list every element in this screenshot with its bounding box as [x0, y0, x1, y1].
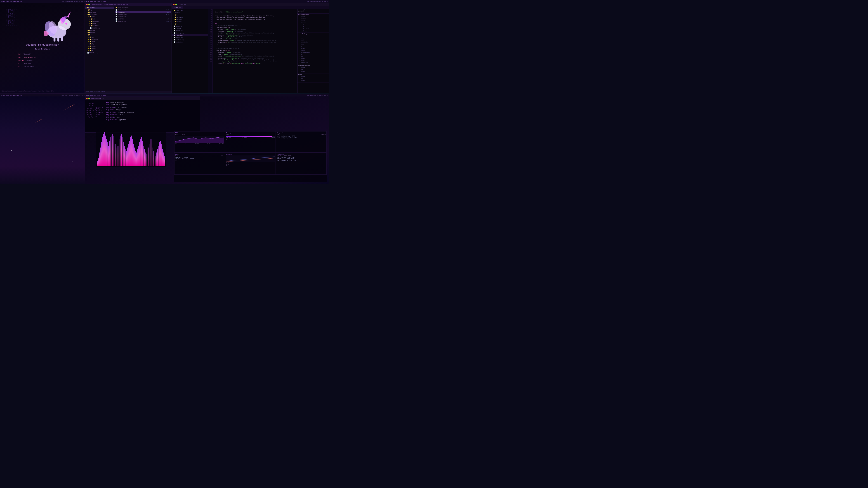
code-outline-nixpkgs-patches[interactable]: ◦patches: [298, 71, 328, 73]
code-outline-spawneditor[interactable]: ◦spawnEditor: [298, 61, 328, 64]
fm-row-installsh[interactable]: 📄 install.sh: [115, 15, 171, 18]
cft-themes[interactable]: ▶📁themes: [172, 21, 208, 23]
code-outline-theme[interactable]: ◦theme: [298, 43, 328, 45]
code-outline-nixpkgs-name[interactable]: ◦name: [298, 69, 328, 71]
fm-tree-style[interactable]: ▶📁style: [85, 47, 114, 50]
code-outline-hostname[interactable]: ◦hostname: [298, 18, 328, 20]
viz-bar-68: [163, 153, 164, 166]
code-close-button[interactable]: [173, 4, 174, 5]
cft-installong[interactable]: 📄install.org: [172, 39, 208, 41]
code-outline-nixpkgs-system[interactable]: ◦system: [298, 67, 328, 69]
code-outline-username[interactable]: ◦username: [298, 35, 328, 37]
fm-tree-worklab[interactable]: ▶📁worklab: [85, 25, 114, 27]
fm-tree-hardware[interactable]: ▶📁hardware: [85, 38, 114, 40]
code-outline-bootmountpath[interactable]: ◦bootMountPath: [298, 28, 328, 30]
qb-menu-search[interactable]: [o] [Search]: [18, 53, 36, 56]
cft-outputs[interactable]: ◦outputs: [172, 11, 208, 14]
code-minimize-button[interactable]: [175, 4, 176, 5]
fm-tree-lang[interactable]: ▶📁lang: [85, 40, 114, 43]
code-text-area[interactable]: 12345 678910 1112131415 1617181920 21222…: [208, 9, 297, 93]
viz-bar-45: [141, 137, 142, 166]
neofetch-close[interactable]: [86, 98, 87, 99]
code-outline-wmtype[interactable]: ◦wmType: [298, 47, 328, 49]
cft-user[interactable]: ▶📁user: [172, 23, 208, 25]
fm-tree-lab[interactable]: ▶📁lab: [85, 18, 114, 20]
cft-desktop[interactable]: 📄desktop.png: [172, 32, 208, 34]
qb-menu-history[interactable]: [S h] [History]: [18, 59, 36, 62]
status-datetime-right: Sat 2024-03-09 05:06:00 PM: [307, 1, 328, 2]
code-window-controls[interactable]: [173, 4, 177, 5]
code-outline-pkgs-patches[interactable]: ◦patches: [298, 80, 328, 82]
fm-tree-profiles[interactable]: ▶📁profiles: [85, 13, 114, 15]
code-outline-defaultroamdir[interactable]: ◦defaultRoamDir: [298, 51, 328, 53]
fm-row-readme[interactable]: 📄 README.org 4.2 K: [115, 20, 171, 22]
fm-tree-system[interactable]: ▶📁system: [85, 29, 114, 31]
fm-row-installong[interactable]: 📄 install.org 10.5 K: [115, 13, 171, 15]
close-button[interactable]: [86, 4, 87, 5]
code-outline-pkgs-src[interactable]: ◦src: [298, 78, 328, 80]
fm-tree-readme2[interactable]: 📄README.org: [85, 52, 114, 54]
fm-row-flakelock[interactable]: 📄 flake.lock 27.5 K: [115, 9, 171, 11]
viz-bar-44: [140, 139, 141, 166]
neofetch-uptime-value: 21 hours 7 minutes: [118, 111, 133, 113]
code-outline-term[interactable]: ◦term: [298, 53, 328, 55]
code-outline-profile[interactable]: ◦profile: [298, 20, 328, 22]
code-outline-bootmode[interactable]: ◦bootMode: [298, 26, 328, 28]
code-outline-dotfilesdir[interactable]: ◦dotfilesDir: [298, 41, 328, 43]
fm-row-temp[interactable]: 📁 Temp-Settings: [115, 6, 171, 9]
fm-tree-wm[interactable]: ▶📁wm: [85, 50, 114, 52]
neofetch-maximize[interactable]: [89, 98, 90, 99]
cft-readme2[interactable]: 📄README.org: [172, 30, 208, 32]
fm-tree-home[interactable]: ▶📁home: [85, 15, 114, 18]
code-outline-locale[interactable]: ◦locale: [298, 24, 328, 26]
fm-tree-dotfiles[interactable]: ▼📁.dotfiles: [85, 6, 114, 9]
code-tab-flakenix[interactable]: flake.nix: [172, 6, 183, 9]
fm-row-license[interactable]: 📄 LICENSE 34.2 K: [115, 18, 171, 20]
viz-bar-32: [128, 144, 129, 166]
neofetch-minimize[interactable]: [88, 98, 89, 99]
code-text-content[interactable]: description = "Flake of LibrePhoenix"; o…: [213, 9, 297, 93]
qb-menu-closetab[interactable]: [x] [Close tab]: [18, 65, 36, 68]
sysmon-proc2-name: emacs: [282, 158, 285, 160]
code-outline-browser[interactable]: ◦browser: [298, 49, 328, 51]
cft-readme[interactable]: 📄README.org: [172, 25, 208, 27]
fm-tree-shell[interactable]: ▶📁shell: [85, 45, 114, 47]
code-outline-name[interactable]: ◦name: [298, 37, 328, 39]
fm-tree-themes[interactable]: ▶📁themes: [85, 31, 114, 34]
cft-license[interactable]: 📄LICENSE: [172, 27, 208, 30]
fm-tree-git[interactable]: ▶📁.git: [85, 9, 114, 11]
fm-tree-personal[interactable]: ▶📁personal: [85, 20, 114, 22]
code-outline-wm[interactable]: ◦wm: [298, 45, 328, 47]
window-controls[interactable]: [86, 4, 90, 5]
cft-hardensh[interactable]: 📄harden.sh: [172, 36, 208, 39]
code-outline-grubdevice[interactable]: ◦grubDevice: [298, 30, 328, 32]
fm-tree-user[interactable]: ▶📁user: [85, 34, 114, 36]
code-maximize-button[interactable]: [176, 4, 177, 5]
cft-dotfiles[interactable]: ▼📁.dotfiles: [172, 9, 208, 11]
cft-profiles[interactable]: ▶📁profiles: [172, 16, 208, 18]
cft-flakenix[interactable]: 📄flake.nix: [172, 34, 208, 36]
maximize-button[interactable]: [89, 4, 90, 5]
code-outline-pkgs-system[interactable]: ◦system: [298, 76, 328, 78]
qb-menu-newtab[interactable]: [t] [New tab]: [18, 62, 36, 65]
sysmon-proc3-cpu: 0.15: [289, 160, 292, 162]
cft-installsh[interactable]: 📄install.sh: [172, 41, 208, 43]
fm-tree-pkgs[interactable]: ▶📁pkgs: [85, 43, 114, 45]
fm-tree-app[interactable]: ▶📁app: [85, 36, 114, 38]
cft-system[interactable]: ▶📁system: [172, 18, 208, 21]
cft-patches[interactable]: ▶📁patches: [172, 14, 208, 16]
code-outline-fontpkg[interactable]: ◦fontPkg: [298, 57, 328, 59]
code-outline-font[interactable]: ◦font: [298, 55, 328, 57]
neofetch-window-controls[interactable]: [86, 98, 90, 99]
fm-row-flakenix[interactable]: 📄 flake.nix 2.26 K: [115, 11, 171, 13]
fm-tree-patches[interactable]: ▶📁patches: [85, 11, 114, 13]
qb-menu-quickmarks[interactable]: [b] [Quickmarks]: [18, 56, 36, 59]
code-outline-email[interactable]: ◦email: [298, 39, 328, 41]
fm-tree-readme1[interactable]: 📄README.org: [85, 27, 114, 29]
minimize-button[interactable]: [88, 4, 89, 5]
fm-tree-work[interactable]: ▶📁work: [85, 22, 114, 25]
code-outline-timezone[interactable]: ◦timezone: [298, 22, 328, 24]
sysmon-disk2-name: /dev/dm-0 /nix/store: [175, 158, 189, 160]
code-outline-editor[interactable]: ◦editor: [298, 59, 328, 61]
code-outline-system[interactable]: ◦system: [298, 16, 328, 18]
